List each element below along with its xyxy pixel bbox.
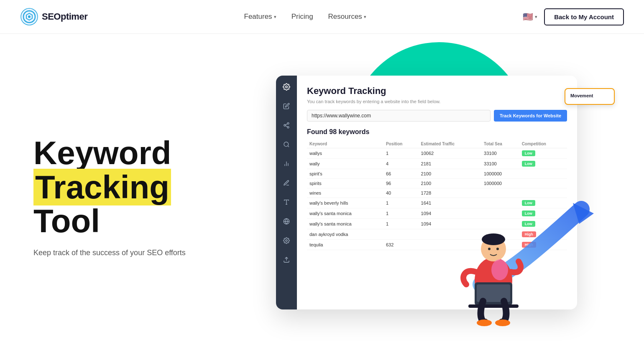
keyword-cell: wally — [307, 159, 383, 169]
svg-point-27 — [495, 320, 510, 326]
col-total: Total Sea — [481, 140, 519, 148]
nav-resources[interactable]: Resources ▾ — [328, 13, 366, 21]
traffic-cell: 2181 — [419, 159, 482, 169]
sidebar-edit-icon[interactable] — [282, 101, 291, 111]
hero-title: Keyword Tracking Tool — [33, 136, 251, 239]
keyword-cell: wallys — [307, 148, 383, 159]
sidebar-chart-icon[interactable] — [282, 159, 291, 168]
svg-point-17 — [286, 240, 287, 241]
hero-subtitle: Keep track of the success of your SEO ef… — [33, 248, 251, 257]
col-competition: Competition — [519, 140, 567, 148]
svg-point-29 — [496, 248, 499, 250]
traffic-cell: 10062 — [419, 148, 482, 159]
table-row: spirits 96 2100 1000000 — [307, 179, 567, 188]
position-cell: 96 — [383, 179, 419, 188]
position-cell: 40 — [383, 188, 419, 198]
app-sidebar — [276, 76, 297, 309]
svg-point-3 — [287, 122, 289, 124]
svg-point-30 — [491, 259, 508, 280]
sidebar-settings-icon[interactable] — [282, 236, 291, 245]
competition-cell — [519, 188, 567, 198]
sidebar-search-icon[interactable] — [282, 140, 291, 149]
hero-left: Keyword Tracking Tool Keep track of the … — [33, 128, 251, 258]
total-cell: 1000000 — [481, 169, 519, 179]
table-row: wines 40 1728 — [307, 188, 567, 198]
keyword-cell: dan aykroyd vodka — [307, 229, 383, 240]
traffic-cell: 2100 — [419, 169, 482, 179]
keyword-cell: spirits — [307, 179, 383, 188]
sidebar-pen-icon[interactable] — [282, 178, 291, 188]
traffic-cell: 1641 — [419, 198, 482, 208]
table-row: spirit's 66 2100 1000000 — [307, 169, 567, 179]
hero-title-highlight: Tracking — [33, 169, 171, 205]
chevron-down-icon: ▾ — [535, 14, 537, 20]
hero-title-line3: Tool — [33, 204, 251, 238]
track-keywords-button[interactable]: Track Keywords for Website — [494, 110, 567, 122]
logo-icon — [20, 8, 38, 26]
competition-cell: Low — [519, 159, 567, 169]
total-cell: 33100 — [481, 148, 519, 159]
main-nav: Features ▾ Pricing Resources ▾ — [244, 13, 366, 21]
position-cell: 66 — [383, 169, 419, 179]
traffic-cell: 2100 — [419, 179, 482, 188]
svg-rect-25 — [468, 304, 519, 308]
competition-badge: Low — [522, 161, 535, 167]
svg-point-28 — [488, 248, 491, 250]
svg-point-1 — [28, 15, 31, 18]
character-illustration — [452, 209, 535, 326]
keyword-cell: wally's santa monica — [307, 208, 383, 219]
sidebar-globe-icon[interactable] — [282, 217, 291, 226]
total-cell — [481, 188, 519, 198]
nav-features[interactable]: Features ▾ — [244, 13, 276, 21]
total-cell: 33100 — [481, 159, 519, 169]
logo[interactable]: SEOptimer — [20, 8, 87, 26]
col-traffic: Estimated Traffic — [419, 140, 482, 148]
app-card-title: Keyword Tracking — [307, 86, 567, 96]
sidebar-text-icon[interactable] — [282, 198, 291, 207]
svg-point-8 — [284, 142, 289, 147]
competition-cell — [519, 179, 567, 188]
position-cell: 632 — [383, 240, 419, 250]
keyword-cell: wally's beverly hills — [307, 198, 383, 208]
search-row: Track Keywords for Website — [307, 110, 567, 122]
keyword-cell: tequila — [307, 240, 383, 250]
position-cell: 4 — [383, 159, 419, 169]
app-card-subtitle: You can track keywords by entering a web… — [307, 99, 567, 104]
position-cell — [383, 229, 419, 240]
keyword-cell: wally's santa monica — [307, 219, 383, 229]
sidebar-share-icon[interactable] — [282, 121, 291, 130]
flag-icon: 🇺🇸 — [523, 12, 533, 22]
website-input[interactable] — [307, 110, 491, 122]
svg-point-2 — [286, 86, 288, 88]
col-keyword: Keyword — [307, 140, 383, 148]
table-row: wallys 1 10062 33100 Low — [307, 148, 567, 159]
position-cell: 1 — [383, 198, 419, 208]
svg-point-4 — [284, 124, 286, 126]
sidebar-gear-icon[interactable] — [282, 82, 291, 91]
competition-badge: Low — [522, 150, 535, 156]
keyword-cell: spirit's — [307, 169, 383, 179]
resources-chevron-icon: ▾ — [364, 14, 366, 20]
hero-right: Keyword Tracking You can track keywords … — [268, 51, 611, 335]
sidebar-upload-icon[interactable] — [282, 255, 291, 264]
svg-line-7 — [286, 124, 288, 125]
found-keywords-text: Found 98 keywords — [307, 128, 567, 136]
svg-point-26 — [477, 320, 492, 326]
keyword-cell: wines — [307, 188, 383, 198]
movement-card-title: Movement — [570, 93, 609, 98]
hero-title-line1: Keyword — [33, 136, 251, 170]
table-row: wally 4 2181 33100 Low — [307, 159, 567, 169]
traffic-cell: 1728 — [419, 188, 482, 198]
features-chevron-icon: ▾ — [274, 14, 276, 20]
logo-text: SEOptimer — [42, 11, 87, 22]
position-cell: 1 — [383, 219, 419, 229]
competition-cell — [519, 169, 567, 179]
competition-cell: Low — [519, 148, 567, 159]
nav-pricing[interactable]: Pricing — [291, 13, 313, 21]
svg-point-5 — [287, 127, 289, 128]
hero-title-line2: Tracking — [33, 170, 251, 205]
svg-line-6 — [286, 126, 288, 127]
back-to-account-button[interactable]: Back to My Account — [544, 8, 624, 25]
language-selector[interactable]: 🇺🇸 ▾ — [523, 12, 537, 22]
col-position: Position — [383, 140, 419, 148]
